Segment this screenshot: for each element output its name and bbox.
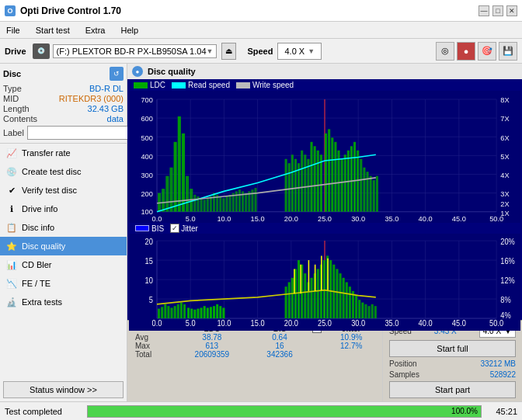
svg-text:40.0: 40.0 xyxy=(419,214,433,223)
svg-rect-85 xyxy=(317,151,319,212)
svg-text:35.0: 35.0 xyxy=(385,214,398,223)
svg-rect-101 xyxy=(370,176,372,212)
drive-icon: 💿 xyxy=(33,43,50,59)
transfer-rate-icon: 📈 xyxy=(6,148,17,158)
legend-ldc: LDC xyxy=(134,81,165,89)
svg-rect-143 xyxy=(161,307,163,318)
legend-bis: BIS xyxy=(135,224,164,233)
disc-refresh-button[interactable]: ↺ xyxy=(110,67,124,81)
disc-length-row: Length 32.43 GB xyxy=(3,104,124,113)
nav-drive-info[interactable]: ℹ Drive info xyxy=(0,200,127,218)
upper-chart: 700 600 500 400 300 200 100 8X 7X 6X 5X … xyxy=(129,91,520,223)
toolbar-icon-3[interactable]: 🎯 xyxy=(478,42,496,61)
lower-chart: BIS ✓ Jitter xyxy=(129,223,520,320)
legend-read-speed: Read speed xyxy=(172,81,230,89)
svg-text:4X: 4X xyxy=(500,171,510,179)
nav-disc-info[interactable]: 📋 Disc info xyxy=(0,218,127,237)
svg-rect-179 xyxy=(336,269,338,318)
maximize-button[interactable]: □ xyxy=(492,5,503,16)
nav-disc-quality[interactable]: ⭐ Disc quality xyxy=(0,237,127,255)
left-panel: Disc ↺ Type BD-R DL MID RITEKDR3 (000) L… xyxy=(0,64,127,401)
disc-length-value: 32.43 GB xyxy=(88,104,124,113)
svg-rect-158 xyxy=(210,307,212,318)
svg-rect-164 xyxy=(288,283,291,319)
title-bar-controls[interactable]: — □ ✕ xyxy=(478,5,517,16)
disc-contents-row: Contents data xyxy=(3,114,124,123)
nav-create-test-disc[interactable]: 💿 Create test disc xyxy=(0,162,127,181)
nav-verify-test-disc[interactable]: ✔ Verify test disc xyxy=(0,181,127,200)
speed-dropdown[interactable]: 4.0 X ▼ xyxy=(277,43,322,60)
svg-rect-186 xyxy=(358,300,360,318)
menu-extra[interactable]: Extra xyxy=(82,25,109,36)
svg-rect-49 xyxy=(169,168,172,212)
svg-rect-175 xyxy=(323,260,325,318)
position-row: Position 33212 MB xyxy=(389,359,516,368)
minimize-button[interactable]: — xyxy=(478,5,489,16)
svg-rect-149 xyxy=(180,303,183,318)
svg-rect-87 xyxy=(325,134,327,212)
svg-text:20: 20 xyxy=(145,237,154,246)
toolbar-icon-4[interactable]: 💾 xyxy=(499,42,517,61)
chart-icon: ● xyxy=(132,66,143,77)
disc-label-label: Label xyxy=(3,128,24,137)
menu-help[interactable]: Help xyxy=(117,25,141,36)
svg-text:15.0: 15.0 xyxy=(251,319,266,328)
svg-rect-78 xyxy=(294,159,297,212)
svg-rect-68 xyxy=(235,191,238,211)
svg-rect-48 xyxy=(165,176,169,212)
disc-type-value: BD-R DL xyxy=(89,84,124,93)
start-full-button[interactable]: Start full xyxy=(389,340,516,357)
svg-rect-180 xyxy=(339,273,342,318)
cd-bler-icon: 📊 xyxy=(6,259,17,270)
toolbar: Drive 💿 (F:) PLEXTOR BD-R PX-LB950SA 1.0… xyxy=(0,39,522,64)
svg-rect-65 xyxy=(225,196,228,212)
close-button[interactable]: ✕ xyxy=(506,5,517,16)
svg-rect-80 xyxy=(301,151,303,212)
disc-contents-label: Contents xyxy=(3,114,37,123)
status-window-button[interactable]: Status window >> xyxy=(3,381,124,398)
speed-dropdown-arrow-icon: ▼ xyxy=(308,47,315,55)
svg-rect-159 xyxy=(213,306,215,318)
svg-rect-69 xyxy=(238,189,241,212)
fe-te-icon: 📉 xyxy=(6,278,17,289)
nav-fe-te[interactable]: 📉 FE / TE xyxy=(0,274,127,293)
svg-rect-144 xyxy=(164,304,166,318)
svg-rect-177 xyxy=(329,260,332,318)
toolbar-icons: ◎ ● 🎯 💾 xyxy=(436,42,517,61)
legend-write-speed-color xyxy=(236,82,250,89)
svg-rect-97 xyxy=(357,151,359,212)
svg-rect-167 xyxy=(298,260,300,318)
svg-text:10.0: 10.0 xyxy=(217,214,231,223)
drive-label: Drive xyxy=(5,47,26,56)
lower-chart-legend: BIS ✓ Jitter xyxy=(129,223,520,234)
samples-row: Samples 528922 xyxy=(389,370,516,379)
stats-row-max: Max 613 16 12.7% xyxy=(132,342,378,350)
svg-text:0.0: 0.0 xyxy=(152,319,162,328)
start-part-button[interactable]: Start part xyxy=(389,381,516,398)
dropdown-arrow-icon: ▼ xyxy=(207,47,214,55)
nav-extra-tests[interactable]: 🔬 Extra tests xyxy=(0,293,127,311)
nav-cd-bler[interactable]: 📊 CD Bler xyxy=(0,255,127,274)
svg-rect-161 xyxy=(219,306,221,318)
svg-rect-71 xyxy=(245,193,247,212)
drive-dropdown[interactable]: (F:) PLEXTOR BD-R PX-LB950SA 1.04 ▼ xyxy=(53,44,218,58)
svg-text:10.0: 10.0 xyxy=(217,319,231,328)
svg-rect-81 xyxy=(304,154,306,211)
svg-rect-77 xyxy=(291,154,294,211)
toolbar-icon-2[interactable]: ● xyxy=(457,42,475,61)
disc-label-input[interactable] xyxy=(27,126,132,140)
jitter-checkbox[interactable]: ✓ Jitter xyxy=(170,224,198,233)
toolbar-icon-1[interactable]: ◎ xyxy=(436,42,454,61)
svg-rect-63 xyxy=(219,196,221,212)
chart-title-bar: ● Disc quality xyxy=(127,64,522,79)
disc-title: Disc xyxy=(3,69,21,78)
progress-percent: 100.0% xyxy=(451,406,478,417)
nav-transfer-rate[interactable]: 📈 Transfer rate xyxy=(0,144,127,162)
chart-legend: LDC Read speed Write speed xyxy=(127,79,522,91)
menu-file[interactable]: File xyxy=(3,25,23,36)
speed-label: Speed xyxy=(247,47,273,56)
menu-start-test[interactable]: Start test xyxy=(33,25,73,36)
svg-rect-169 xyxy=(304,273,306,318)
eject-button[interactable]: ⏏ xyxy=(221,43,236,60)
svg-text:0.0: 0.0 xyxy=(152,214,162,223)
